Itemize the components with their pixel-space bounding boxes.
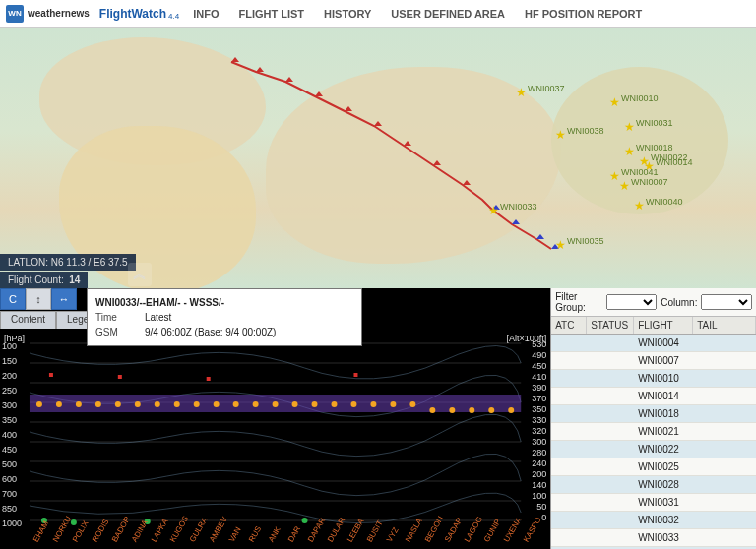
ytick-right: 450 [532, 361, 546, 371]
nav-history[interactable]: HISTORY [324, 8, 371, 20]
map-marker-label: WNI0038 [567, 126, 604, 136]
table-body[interactable]: WNI0004WNI0007WNI0010WNI0014WNI0018WNI00… [551, 335, 756, 549]
svg-marker-3 [315, 92, 323, 96]
map-marker-label: WNI0033 [500, 202, 537, 212]
svg-point-40 [350, 401, 356, 407]
svg-rect-53 [49, 373, 53, 377]
chart-tooltip: WNI0033/--EHAM/- - WSSS/- TimeLatest GSM… [87, 288, 362, 346]
map-marker-star[interactable]: ★ [609, 95, 620, 109]
map-marker-label: WNI0010 [621, 93, 659, 103]
svg-marker-1 [256, 67, 264, 72]
col-atc[interactable]: ATC [551, 317, 587, 334]
table-row[interactable]: WNI0010 [551, 370, 756, 388]
ytick-left: 150 [2, 356, 17, 366]
map-marker-star[interactable]: ★ [555, 128, 566, 142]
nav-info[interactable]: INFO [193, 8, 219, 20]
table-row[interactable]: WNI0022 [551, 441, 756, 458]
logo-icon: WN [6, 5, 24, 23]
map-marker-star[interactable]: ★ [624, 120, 635, 134]
ytick-left: 350 [2, 415, 17, 425]
table-row[interactable]: WNI0014 [551, 388, 756, 405]
filter-group-select[interactable] [606, 294, 658, 310]
map-marker-label: WNI0018 [636, 143, 673, 152]
map-marker-star[interactable]: ★ [488, 204, 499, 217]
nav-user-defined-area[interactable]: USER DEFINED AREA [391, 8, 505, 20]
ytick-left: 700 [2, 489, 17, 499]
svg-point-48 [508, 407, 514, 413]
vertical-chart-panel: C ↕ ↔ Content Legends WNI0033/--EHAM/- -… [0, 288, 550, 549]
tooltip-title: WNI0033/--EHAM/- - WSSS/- [95, 295, 353, 310]
app-name: FlightWatch [99, 7, 166, 21]
flight-count-strip: Flight Count: 14 [0, 272, 88, 288]
svg-marker-2 [285, 77, 293, 82]
column-select[interactable] [701, 294, 752, 310]
top-bar: WN weathernews FlightWatch 4.4 INFO FLIG… [0, 0, 756, 28]
col-tail[interactable]: TAIL [693, 317, 756, 334]
nav-hf-position-report[interactable]: HF POSITION REPORT [525, 8, 642, 20]
map-marker-star[interactable]: ★ [619, 179, 630, 193]
ytick-right: 410 [532, 372, 546, 382]
table-row[interactable]: WNI0033 [551, 529, 756, 547]
map-marker-star[interactable]: ★ [634, 199, 645, 213]
svg-marker-11 [536, 234, 544, 239]
col-status[interactable]: STATUS [587, 317, 634, 334]
latlon-readout: LATLON: N6 11.3 / E6 37.5 [0, 254, 136, 271]
ytick-right: 140 [532, 480, 546, 490]
tab-content[interactable]: Content [0, 311, 56, 329]
chart-btn-c[interactable]: C [0, 288, 26, 310]
map-marker-label: WNI0037 [528, 84, 565, 93]
chart-btn-horiz[interactable]: ↔ [51, 288, 77, 310]
map-marker-star[interactable]: ★ [624, 145, 635, 158]
map-marker-star[interactable]: ★ [555, 238, 566, 252]
svg-point-25 [56, 401, 62, 407]
svg-point-52 [302, 518, 308, 523]
tooltip-time-v: Latest [145, 310, 171, 325]
chart-btn-vert[interactable]: ↕ [26, 288, 51, 310]
ytick-right: 100 [532, 491, 546, 501]
svg-rect-54 [118, 375, 122, 379]
svg-point-43 [410, 401, 415, 407]
flight-count-label: Flight Count: [8, 274, 64, 285]
tooltip-time-k: Time [95, 310, 145, 325]
flight-count-value: 14 [69, 274, 80, 285]
svg-point-29 [135, 401, 141, 407]
table-row[interactable]: WNI0028 [551, 476, 756, 494]
table-row[interactable]: WNI0032 [551, 512, 756, 529]
svg-rect-56 [353, 373, 357, 377]
table-row[interactable]: WNI0004 [551, 335, 756, 352]
ytick-right: 530 [532, 339, 546, 349]
logo: WN weathernews [6, 5, 90, 23]
expand-up-button[interactable]: ︽ [128, 263, 152, 286]
svg-point-44 [429, 407, 435, 413]
svg-point-46 [469, 407, 474, 413]
tooltip-gsm-k: GSM [95, 325, 145, 339]
ytick-right: 200 [532, 469, 546, 479]
svg-point-35 [253, 401, 259, 407]
map-area[interactable]: ★WNI0037★WNI0010★WNI0031★WNI0038★WNI0018… [0, 28, 756, 288]
table-row[interactable]: WNI0031 [551, 494, 756, 512]
svg-marker-7 [433, 160, 441, 165]
ytick-left: 300 [2, 400, 17, 410]
table-row[interactable]: WNI0021 [551, 423, 756, 441]
svg-point-41 [370, 401, 376, 407]
table-row[interactable]: WNI0025 [551, 458, 756, 476]
table-row[interactable]: WNI0018 [551, 405, 756, 423]
ytick-right: 320 [532, 426, 546, 436]
svg-marker-10 [512, 219, 520, 224]
nav-flight-list[interactable]: FLIGHT LIST [238, 8, 304, 20]
chevron-up-icon: ︽ [133, 266, 147, 283]
ytick-left: 200 [2, 371, 17, 381]
svg-point-33 [214, 401, 220, 407]
svg-marker-0 [231, 57, 239, 62]
ytick-left: 250 [2, 386, 17, 396]
ytick-right: 300 [532, 437, 546, 447]
svg-marker-6 [404, 141, 411, 146]
svg-point-42 [390, 401, 396, 407]
map-marker-star[interactable]: ★ [516, 86, 527, 99]
svg-point-26 [76, 401, 82, 407]
ytick-left: 1000 [2, 518, 22, 528]
table-row[interactable]: WNI0007 [551, 352, 756, 370]
chart-body[interactable]: 1001502002503003504004505006007008501000… [0, 334, 550, 549]
col-flight[interactable]: FLIGHT [634, 317, 693, 334]
ytick-left: 100 [2, 341, 17, 351]
